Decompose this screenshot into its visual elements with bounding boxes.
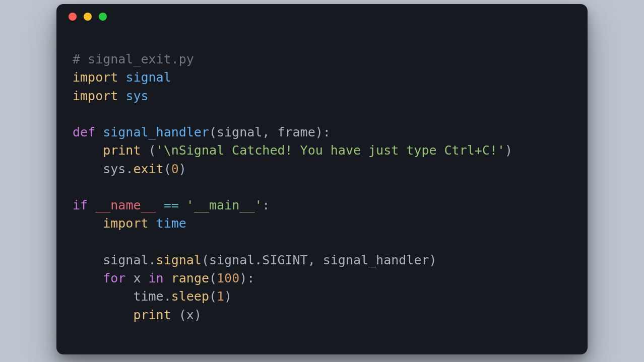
code-token: sleep [171,289,209,304]
code-token: SIGINT [262,253,307,267]
code-token: : [262,198,270,212]
code-token: ) [194,308,202,322]
editor-window: # signal_exit.pyimport signalimport sys … [56,4,588,354]
code-token: ( [164,162,171,176]
code-token: ( [179,308,186,322]
close-icon[interactable] [69,13,77,21]
code-token: signal [103,253,148,267]
code-token: . [125,162,133,176]
code-token: . [254,253,262,267]
code-line: import signal [73,68,571,87]
code-token: ): [315,125,331,139]
code-token: ) [179,162,186,176]
code-line: time.sleep(1) [73,287,571,306]
code-token: , [262,125,277,139]
code-token: ( [209,125,217,139]
code-token [149,216,156,231]
code-token: '__main__' [186,198,263,212]
code-token: signal [209,253,254,267]
code-token: frame [277,125,315,139]
code-token: exit [133,162,163,176]
code-token: 100 [217,271,239,285]
code-token: 1 [217,289,224,304]
code-token [118,89,125,103]
code-token: print [103,143,141,158]
code-token: . [164,289,171,304]
code-token: ( [209,271,217,285]
code-token: print [133,308,171,322]
code-token [156,198,164,212]
code-token [118,70,125,85]
code-token: import [73,89,118,103]
code-token: . [149,253,156,267]
window-titlebar [56,4,588,29]
code-token: signal [125,70,171,85]
code-token: range [171,271,209,285]
code-block: # signal_exit.pyimport signalimport sys … [56,29,588,324]
code-line [73,178,571,196]
code-token: import [73,70,118,85]
code-line: # signal_exit.py [73,50,571,68]
code-token [179,198,186,212]
code-token: if [73,198,88,212]
code-token: ( [209,289,217,304]
code-token [141,143,148,158]
code-token: ( [149,143,156,158]
code-token [95,125,103,139]
code-token [141,271,149,285]
code-token: ) [224,289,232,304]
code-token: in [149,271,164,285]
code-line: print ('\nSignal Catched! You have just … [73,141,571,160]
zoom-icon[interactable] [99,13,107,21]
code-token [88,198,95,212]
code-token [73,253,103,267]
code-token: ) [429,253,436,267]
code-line: signal.signal(signal.SIGINT, signal_hand… [73,251,571,269]
code-token: == [164,198,179,212]
code-token [73,162,103,176]
code-token: signal [156,253,202,267]
code-token [73,289,133,304]
code-line: def signal_handler(signal, frame): [73,123,571,141]
code-token [125,271,133,285]
code-line: for x in range(100): [73,269,571,287]
code-token [73,308,133,322]
code-token: def [73,125,95,139]
minimize-icon[interactable] [84,13,92,21]
code-token: ): [239,271,254,285]
code-token: # signal_exit.py [73,52,194,66]
code-token: x [186,308,194,322]
code-token: signal [217,125,262,139]
code-token: time [156,216,186,231]
code-token: signal_handler [103,125,209,139]
code-token: time [133,289,163,304]
code-token: import [103,216,148,231]
code-line: if __name__ == '__main__': [73,196,571,214]
code-token: ) [505,143,512,158]
code-token [164,271,171,285]
code-token: __name__ [95,198,156,212]
code-token [73,271,103,285]
code-token [73,216,103,231]
code-line [73,233,571,251]
code-token: sys [125,89,148,103]
code-token: x [133,271,141,285]
code-line: sys.exit(0) [73,160,571,178]
code-line: print (x) [73,306,571,324]
code-token: signal_handler [323,253,429,267]
code-token: 0 [171,162,179,176]
code-token: '\nSignal Catched! You have just type Ct… [156,143,505,158]
code-token: for [103,271,125,285]
code-line: import sys [73,87,571,105]
code-line [73,105,571,123]
code-token [73,143,103,158]
code-token [171,308,179,322]
code-token: ( [202,253,209,267]
code-token: sys [103,162,125,176]
code-line: import time [73,214,571,233]
code-token: , [308,253,323,267]
